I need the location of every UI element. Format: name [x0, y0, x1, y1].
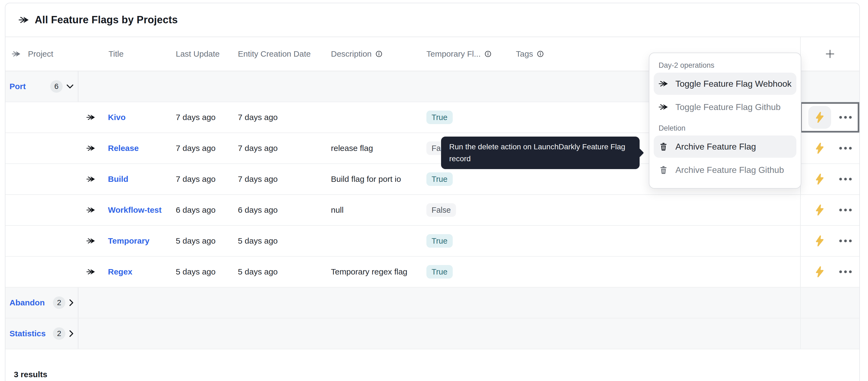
column-header-label: Project	[28, 49, 53, 59]
run-action-button lightning-icon[interactable]	[808, 137, 831, 160]
more-options-button ellipsis-icon[interactable]	[839, 116, 852, 119]
menu-item-label: Archive Feature Flag Github	[675, 165, 784, 175]
trash-icon	[659, 165, 669, 174]
group-link[interactable]: Statistics	[9, 329, 45, 338]
row-actions-cell	[800, 195, 859, 225]
row-project-cell	[5, 256, 79, 287]
more-options-button ellipsis-icon[interactable]	[839, 240, 852, 242]
temporary-flag-cell: True	[422, 226, 511, 256]
creation-date-cell: 5 days ago	[233, 256, 326, 287]
row-title-cell: Workflow-test	[79, 195, 174, 225]
last-update-cell: 6 days ago	[174, 195, 233, 225]
column-header-label: Last Update	[176, 49, 220, 59]
temporary-flag-badge: False	[426, 203, 456, 217]
port-arrow-icon[interactable]	[86, 144, 95, 152]
entity-title-link[interactable]: Release	[108, 144, 138, 153]
creation-date-cell: 7 days ago	[233, 102, 326, 133]
port-arrow-icon[interactable]	[86, 237, 95, 245]
add-column-header-cell	[800, 37, 859, 71]
menu-item-label: Archive Feature Flag	[675, 142, 756, 152]
run-action-button lightning-icon[interactable]	[808, 261, 831, 283]
port-arrow-icon[interactable]	[86, 268, 95, 276]
more-options-button ellipsis-icon[interactable]	[839, 209, 852, 211]
group-row-actions-spacer	[800, 318, 859, 349]
run-action-button lightning-icon[interactable]	[808, 199, 831, 221]
row-project-cell	[5, 164, 79, 194]
last-update-cell: 7 days ago	[174, 164, 233, 194]
last-update-cell: 7 days ago	[174, 102, 233, 133]
last-update-cell: 7 days ago	[174, 133, 233, 163]
creation-date-cell: 6 days ago	[233, 195, 326, 225]
entity-title-link[interactable]: Workflow-test	[108, 205, 162, 215]
action-tooltip: Run the delete action on LaunchDarkly Fe…	[441, 137, 640, 169]
description-cell: Build flag for port io	[326, 164, 422, 194]
port-arrow-icon	[659, 80, 669, 88]
group-count-badge: 6	[50, 80, 63, 93]
entity-row-regex[interactable]: Regex 5 days ago 5 days ago Temporary re…	[5, 256, 859, 287]
run-action-button lightning-icon[interactable]	[808, 168, 831, 190]
add-column-button plus-icon[interactable]	[824, 48, 836, 60]
column-header-last-update[interactable]: Last Update	[174, 37, 233, 71]
row-project-cell	[5, 226, 79, 256]
info-icon[interactable]	[375, 50, 382, 58]
more-options-button ellipsis-icon[interactable]	[839, 147, 852, 149]
chevron-right-icon[interactable]	[69, 299, 73, 306]
chevron-down-icon[interactable]	[66, 84, 73, 89]
column-header-description[interactable]: Description	[326, 37, 422, 71]
run-action-button lightning-icon[interactable]	[808, 106, 831, 129]
port-arrow-icon[interactable]	[86, 206, 95, 214]
temporary-flag-badge: True	[426, 172, 453, 186]
group-row-actions-spacer	[800, 287, 859, 318]
group-row-statistics[interactable]: Statistics 2	[5, 318, 859, 349]
row-title-cell: Release	[79, 133, 174, 163]
last-update-cell: 5 days ago	[174, 226, 233, 256]
row-actions-cell	[800, 164, 859, 194]
row-title-cell: Regex	[79, 256, 174, 287]
row-actions-cell	[800, 133, 859, 163]
table-footer: 3 results	[5, 349, 859, 379]
menu-item-archive-feature-flag-github[interactable]: Archive Feature Flag Github	[654, 159, 796, 181]
column-header-title[interactable]: Title	[79, 37, 174, 71]
more-options-button ellipsis-icon[interactable]	[839, 271, 852, 273]
entity-title-link[interactable]: Temporary	[108, 236, 150, 245]
menu-item-toggle-feature-flag-webhook[interactable]: Toggle Feature Flag Webhook	[654, 73, 796, 95]
row-project-cell	[5, 195, 79, 225]
menu-item-archive-feature-flag[interactable]: Archive Feature Flag	[654, 136, 796, 158]
info-icon[interactable]	[485, 50, 492, 58]
info-icon[interactable]	[537, 50, 544, 58]
row-title-cell: Build	[79, 164, 174, 194]
description-cell: null	[326, 195, 422, 225]
creation-date-cell: 7 days ago	[233, 164, 326, 194]
entity-title-link[interactable]: Kivo	[108, 113, 126, 122]
description-cell: Temporary regex flag	[326, 256, 422, 287]
group-count-badge: 2	[53, 327, 65, 340]
temporary-flag-cell: True	[422, 256, 511, 287]
menu-item-label: Toggle Feature Flag Github	[675, 102, 781, 112]
column-header-temporary-flag[interactable]: Temporary Fl...	[422, 37, 511, 71]
group-link[interactable]: Port	[9, 82, 26, 91]
menu-section-label: Deletion	[654, 122, 796, 134]
row-actions-cell	[800, 102, 859, 133]
port-arrow-icon[interactable]	[86, 113, 95, 122]
column-header-project[interactable]: Project	[5, 37, 79, 71]
entity-row-temporary[interactable]: Temporary 5 days ago 5 days ago True	[5, 226, 859, 256]
port-arrow-icon[interactable]	[86, 175, 95, 183]
column-header-entity-creation-date[interactable]: Entity Creation Date	[233, 37, 326, 71]
temporary-flag-badge: True	[426, 234, 453, 248]
entity-row-workflow-test[interactable]: Workflow-test 6 days ago 6 days ago null…	[5, 195, 859, 226]
group-row-abandon[interactable]: Abandon 2	[5, 287, 859, 318]
tags-cell	[511, 226, 800, 256]
entity-title-link[interactable]: Regex	[108, 267, 132, 276]
chevron-right-icon[interactable]	[69, 330, 73, 337]
tags-cell	[511, 256, 800, 287]
menu-item-toggle-feature-flag-github[interactable]: Toggle Feature Flag Github	[654, 96, 796, 118]
more-options-button ellipsis-icon[interactable]	[839, 178, 852, 180]
row-actions-cell	[800, 226, 859, 256]
group-row-spacer	[79, 287, 800, 318]
temporary-flag-badge: True	[426, 110, 453, 124]
entity-title-link[interactable]: Build	[108, 174, 128, 184]
group-row-spacer	[79, 318, 800, 349]
run-action-button lightning-icon[interactable]	[808, 230, 831, 252]
group-count-badge: 2	[53, 297, 65, 309]
group-link[interactable]: Abandon	[9, 298, 45, 307]
